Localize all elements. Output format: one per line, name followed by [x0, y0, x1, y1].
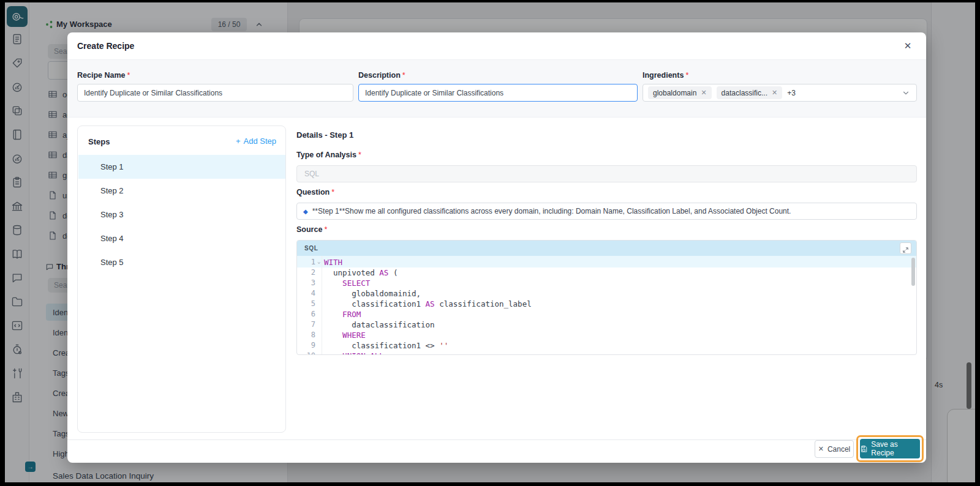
description-input[interactable]: [358, 84, 638, 102]
chevron-down-icon: [902, 89, 910, 97]
line-number: 6: [297, 309, 315, 320]
chip-remove-icon[interactable]: ✕: [772, 89, 777, 97]
code-line: 8 WHERE: [297, 330, 916, 340]
ingredient-chip[interactable]: dataclassific...✕: [717, 86, 783, 99]
line-number: 9: [297, 340, 315, 351]
type-of-analysis-label: Type of Analysis*: [296, 151, 361, 159]
line-number: 3: [297, 278, 315, 288]
step-item[interactable]: Step 3: [78, 203, 285, 226]
editor-language-label: SQL: [304, 245, 318, 252]
recipe-name-label: Recipe Name*: [77, 71, 130, 80]
step-item[interactable]: Step 2: [78, 179, 285, 203]
plus-icon: +: [236, 136, 241, 146]
code-line: 9 classification1 <> '': [297, 340, 916, 351]
step-item[interactable]: Step 4: [78, 226, 285, 250]
ingredients-select[interactable]: globaldomain✕dataclassific...✕ +3: [643, 84, 917, 102]
editor-header: [297, 241, 916, 256]
fold-chevron-icon[interactable]: ⌄: [317, 256, 320, 267]
save-as-recipe-button[interactable]: Save as Recipe: [860, 439, 920, 458]
required-asterisk: *: [324, 225, 327, 234]
close-icon[interactable]: ✕: [902, 40, 914, 52]
steps-panel: Steps + Add Step Step 1Step 2Step 3Step …: [77, 125, 286, 433]
line-number: 1: [297, 257, 315, 267]
ingredients-label: Ingredients*: [643, 71, 688, 80]
chip-remove-icon[interactable]: ✕: [701, 89, 706, 97]
required-asterisk: *: [127, 71, 130, 80]
application-window: → My Workspace 16 / 50 Search oeaca_dagl…: [0, 0, 980, 486]
code-line: 3 SELECT: [297, 278, 916, 288]
type-of-analysis-select[interactable]: SQL: [296, 165, 917, 182]
create-recipe-modal: Create Recipe ✕ Recipe Name* Description…: [67, 32, 926, 463]
required-asterisk: *: [685, 71, 688, 80]
footer-divider: [67, 439, 926, 440]
line-number: 10: [297, 351, 315, 355]
code-line: 4 globaldomainid,: [297, 288, 916, 299]
expand-icon[interactable]: [900, 242, 911, 254]
code-line: 5 classification1 AS classification_labe…: [297, 299, 916, 309]
line-number: 7: [297, 320, 315, 330]
code-line: 6 FROM: [297, 309, 916, 320]
line-number: 2: [297, 267, 315, 278]
cancel-x-icon: ✕: [818, 445, 824, 453]
code-line: 1⌄WITH: [297, 257, 916, 267]
annotation-highlight-box: Save as Recipe: [856, 435, 924, 462]
save-icon: [860, 445, 867, 453]
details-title: Details - Step 1: [296, 130, 353, 140]
code-line: 7 dataclassification: [297, 320, 916, 330]
modal-title: Create Recipe: [77, 41, 134, 51]
line-number: 4: [297, 288, 315, 299]
line-number: 8: [297, 330, 315, 340]
required-asterisk: *: [402, 71, 405, 80]
question-label: Question*: [296, 188, 334, 196]
code-line: 2 unpivoted AS (: [297, 267, 916, 278]
ingredients-more-badge[interactable]: +3: [787, 89, 796, 97]
ingredient-chip[interactable]: globaldomain✕: [648, 86, 712, 99]
step-item[interactable]: Step 5: [78, 250, 285, 274]
recipe-name-input[interactable]: [77, 84, 353, 102]
add-step-button[interactable]: + Add Step: [236, 136, 276, 146]
steps-title: Steps: [88, 137, 110, 146]
source-label: Source*: [296, 225, 327, 234]
diamond-icon: ◆: [303, 208, 308, 215]
description-label: Description*: [358, 71, 405, 80]
required-asterisk: *: [358, 151, 361, 159]
sql-editor[interactable]: SQL 1⌄WITH2 unpivoted AS (3 SELECT4 glob…: [296, 240, 917, 355]
editor-scrollbar-thumb[interactable]: [911, 258, 915, 286]
step-item[interactable]: Step 1: [78, 155, 285, 179]
required-asterisk: *: [331, 188, 334, 196]
code-line: 10 UNION ALL: [297, 351, 916, 355]
cancel-button[interactable]: ✕ Cancel: [815, 440, 854, 458]
question-input[interactable]: ◆ **Step 1**Show me all configured class…: [296, 203, 917, 220]
line-number: 5: [297, 299, 315, 309]
